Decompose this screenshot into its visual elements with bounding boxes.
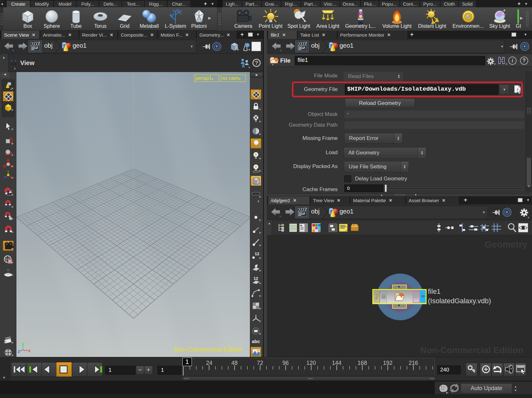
svg-text:168: 168 bbox=[358, 360, 367, 366]
svg-text:12: 12 bbox=[255, 251, 259, 256]
svg-text:96: 96 bbox=[282, 360, 289, 366]
svg-text:144: 144 bbox=[332, 360, 341, 366]
svg-text:z: z bbox=[18, 348, 20, 354]
svg-text:120: 120 bbox=[306, 360, 316, 366]
svg-text:x: x bbox=[28, 348, 31, 353]
svg-text:216: 216 bbox=[409, 360, 418, 366]
svg-text:y: y bbox=[22, 341, 24, 346]
svg-text:24: 24 bbox=[206, 360, 212, 366]
svg-text:72: 72 bbox=[257, 360, 263, 366]
svg-text:12: 12 bbox=[254, 276, 258, 281]
svg-text:48: 48 bbox=[231, 360, 238, 366]
svg-text:192: 192 bbox=[383, 360, 393, 366]
svg-text:H: H bbox=[498, 56, 505, 65]
